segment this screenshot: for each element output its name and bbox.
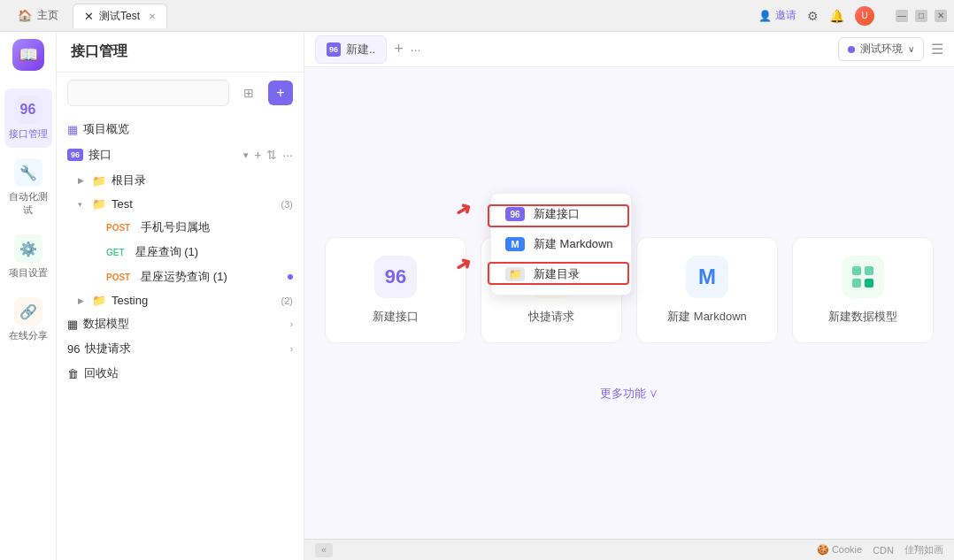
search-bar: ⊞ + [57, 73, 304, 113]
home-icon: 🏠 [18, 9, 32, 22]
card-new-api[interactable]: 96 新建接口 [325, 237, 466, 343]
tab-more-button[interactable]: ··· [411, 42, 421, 57]
new-model-card-icon [842, 256, 884, 298]
tree-api-post-fortune[interactable]: POST 星座运势查询 (1) [57, 265, 304, 289]
invite-button[interactable]: 👤 邀请 [758, 8, 796, 23]
filter-button[interactable]: ⊞ [236, 81, 261, 105]
nav-prev-button[interactable]: « [315, 543, 333, 557]
tree-data-model[interactable]: ▦ 数据模型 › [57, 311, 304, 336]
api-star-label: 星座查询 (1) [135, 244, 293, 260]
icon-sidebar: 📖 96 接口管理 🔧 自动化测试 ⚙️ 项目设置 🔗 在线分享 [0, 32, 57, 560]
api-fortune-badge [288, 274, 293, 280]
quick-request-chevron: › [290, 344, 293, 354]
tree-api-get-star[interactable]: GET 星座查询 (1) [57, 240, 304, 265]
tree-api-post-phone[interactable]: POST 手机号归属地 [57, 215, 304, 240]
content-tab-new[interactable]: 96 新建.. [315, 35, 387, 64]
test-chevron-icon: ▾ [78, 200, 87, 209]
user-avatar[interactable]: U [855, 6, 874, 26]
page-title: 接口管理 [71, 43, 127, 58]
project-settings-icon: ⚙️ [14, 234, 42, 263]
settings-icon[interactable]: ⚙ [807, 9, 819, 23]
interface-header-actions: + ⇅ ··· [254, 148, 293, 162]
quick-request-card-label: 快捷请求 [528, 309, 574, 325]
tab-home[interactable]: 🏠 主页 [7, 4, 69, 28]
interface-sort-button[interactable]: ⇅ [266, 148, 277, 162]
card-new-model[interactable]: 新建数据模型 [792, 237, 934, 343]
close-button[interactable]: ✕ [935, 10, 947, 22]
sidebar-item-share-label: 在线分享 [9, 329, 48, 342]
env-button[interactable]: 测试环境 ∨ [838, 37, 924, 61]
sidebar-item-api-mgmt-label: 接口管理 [9, 127, 48, 141]
env-label: 测试环境 [860, 42, 903, 57]
quick-request-label: 快捷请求 [85, 341, 284, 357]
content-area: 96 新建.. + ··· 测试环境 ∨ ☰ 96 [304, 32, 954, 560]
interface-section-header[interactable]: 96 接口 ▾ + ⇅ ··· [57, 142, 304, 168]
interface-more-button[interactable]: ··· [282, 148, 293, 162]
method-post-tag: POST [103, 222, 134, 234]
dropdown-new-dir-icon: 📁 [505, 267, 525, 281]
test-folder-label: Test [112, 197, 276, 211]
recycle-label: 回收站 [84, 365, 293, 381]
api-fortune-label: 星座运势查询 (1) [141, 269, 279, 285]
dropdown-new-markdown[interactable]: M 新建 Markdown [491, 229, 631, 259]
root-chevron-icon: ▶ [78, 176, 87, 185]
sidebar-item-project-settings[interactable]: ⚙️ 项目设置 [4, 227, 52, 287]
content-menu-button[interactable]: ☰ [931, 41, 943, 58]
app-logo: 📖 [12, 39, 44, 71]
invite-label: 邀请 [775, 8, 796, 23]
new-model-card-label: 新建数据模型 [828, 309, 897, 325]
more-features-button[interactable]: 更多功能 ∨ [593, 379, 666, 409]
tab-icon-purple: 96 [327, 42, 341, 57]
global-add-button[interactable]: + [268, 81, 293, 105]
cookie-text: 🍪 Cookie [817, 544, 862, 556]
dropdown-new-markdown-label: 新建 Markdown [534, 236, 613, 252]
tab-active[interactable]: ✕ 测试Test ✕ [73, 4, 167, 28]
tab-close-btn[interactable]: ✕ [149, 12, 156, 21]
maximize-button[interactable]: □ [915, 10, 927, 22]
sidebar-item-project-settings-label: 项目设置 [9, 266, 48, 280]
recycle-icon: 🗑 [67, 367, 79, 380]
titlebar-actions: 👤 邀请 ⚙ 🔔 U — □ ✕ [758, 6, 947, 26]
interface-header-icon: 96 [67, 149, 83, 161]
dropdown-new-dir[interactable]: 📁 新建目录 [491, 259, 631, 289]
tree-project-overview[interactable]: ▦ 项目概览 [57, 117, 304, 142]
tab-add-button[interactable]: + [394, 40, 404, 58]
new-markdown-card-icon: M [686, 256, 728, 298]
sidebar-item-share[interactable]: 🔗 在线分享 [4, 290, 52, 349]
folder-icon: 📁 [92, 174, 106, 188]
bottom-nav: « [315, 543, 333, 557]
dropdown-new-api[interactable]: 96 新建接口 [491, 199, 631, 229]
data-model-label: 数据模型 [83, 316, 285, 332]
project-overview-label: 项目概览 [83, 121, 293, 137]
interface-add-button[interactable]: + [254, 148, 261, 162]
api-phone-label: 手机号归属地 [141, 219, 293, 235]
search-input[interactable] [67, 80, 229, 106]
tree-recycle[interactable]: 🗑 回收站 [57, 361, 304, 386]
tree-root-dir[interactable]: ▶ 📁 根目录 [57, 168, 304, 193]
tree-test-folder[interactable]: ▾ 📁 Test (3) [57, 193, 304, 215]
testing-chevron-icon: ▶ [78, 296, 87, 305]
tab-home-label: 主页 [37, 8, 58, 23]
bell-icon[interactable]: 🔔 [829, 9, 844, 23]
left-panel-header: 接口管理 [57, 32, 304, 73]
titlebar: 🏠 主页 ✕ 测试Test ✕ 👤 邀请 ⚙ 🔔 U — □ ✕ [0, 0, 954, 32]
data-model-icon: ▦ [67, 318, 78, 331]
svg-rect-2 [852, 279, 861, 288]
card-new-markdown[interactable]: M 新建 Markdown [636, 237, 778, 343]
tree-quick-request[interactable]: 96 快捷请求 › [57, 336, 304, 361]
sidebar-item-auto-test[interactable]: 🔧 自动化测试 [4, 151, 52, 224]
sidebar-item-api-mgmt[interactable]: 96 接口管理 [4, 88, 52, 148]
env-chevron-icon: ∨ [908, 44, 914, 54]
minimize-button[interactable]: — [896, 10, 908, 22]
api-mgmt-icon: 96 [14, 96, 42, 124]
tree-testing-folder[interactable]: ▶ 📁 Testing (2) [57, 289, 304, 311]
interface-expand-icon: ▾ [243, 150, 249, 161]
tree-container: ▦ 项目概览 96 接口 ▾ + ⇅ ··· ▶ 📁 根目录 [57, 113, 304, 560]
bottom-bar: « 🍪 Cookie CDN 佳翔如画 [304, 539, 954, 560]
dropdown-new-api-label: 新建接口 [534, 206, 580, 222]
data-model-chevron: › [290, 319, 293, 329]
env-area: 测试环境 ∨ ☰ [838, 37, 943, 61]
svg-rect-1 [865, 266, 873, 275]
testing-folder-icon: 📁 [92, 294, 106, 307]
dropdown-new-api-icon: 96 [505, 207, 525, 221]
